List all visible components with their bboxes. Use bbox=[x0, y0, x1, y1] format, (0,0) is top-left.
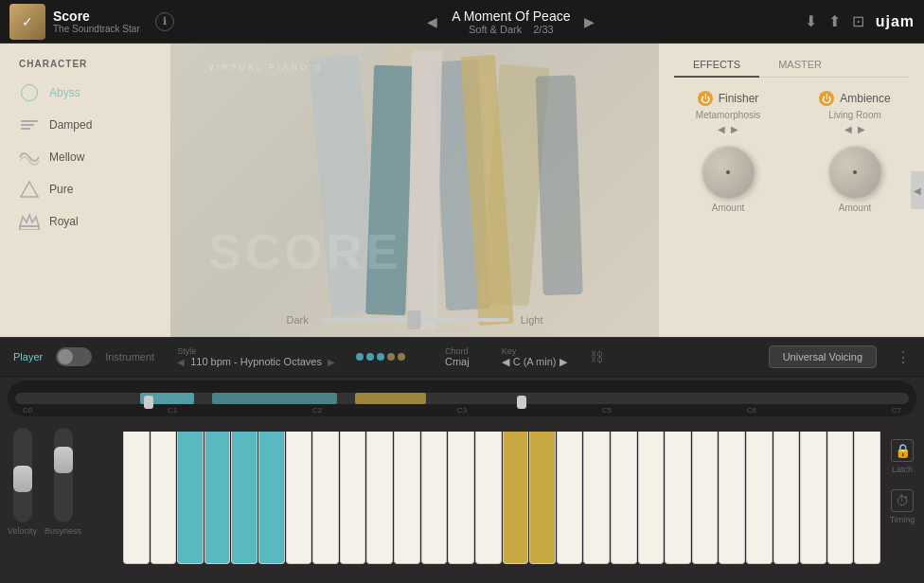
app-subtitle: The Soundtrack Star bbox=[53, 24, 140, 34]
latch-button[interactable]: 🔒 Latch bbox=[891, 439, 914, 474]
key-e3[interactable] bbox=[177, 432, 204, 564]
style-section: Style ◀ 110 bpm - Hypnotic Octaves ▶ bbox=[177, 346, 335, 367]
style-next[interactable]: ▶ bbox=[328, 357, 335, 367]
busyness-thumb[interactable] bbox=[54, 447, 73, 473]
mini-scroll[interactable]: C0 C1 C2 C3 C5 C6 C7 bbox=[8, 380, 916, 416]
dark-light-track[interactable] bbox=[320, 318, 509, 322]
key-f4[interactable] bbox=[394, 432, 420, 564]
character-pure[interactable]: Pure bbox=[19, 179, 151, 200]
velocity-thumb[interactable] bbox=[13, 466, 32, 492]
tab-master[interactable]: MASTER bbox=[759, 53, 841, 78]
key-d5[interactable] bbox=[529, 432, 556, 564]
key-a3[interactable] bbox=[258, 432, 285, 564]
key-b6[interactable] bbox=[854, 432, 880, 564]
finisher-knob[interactable] bbox=[702, 146, 755, 199]
key-g6[interactable] bbox=[800, 432, 826, 564]
character-abyss[interactable]: Abyss bbox=[19, 82, 151, 103]
dot-3 bbox=[377, 353, 384, 361]
ambience-power-button[interactable]: ⏻ bbox=[819, 91, 834, 106]
finisher-next[interactable]: ▶ bbox=[731, 124, 738, 134]
scroll-labels: C0 C1 C2 C3 C5 C6 C7 bbox=[23, 406, 901, 415]
key-b5[interactable] bbox=[665, 432, 691, 564]
voicing-button[interactable]: Universal Voicing bbox=[769, 345, 877, 368]
finisher-nav: ◀ ▶ bbox=[718, 124, 738, 134]
info-icon: ℹ bbox=[163, 15, 167, 27]
scroll-handle-right[interactable] bbox=[517, 396, 526, 409]
preset-name: A Moment Of Peace bbox=[452, 9, 570, 24]
svg-rect-10 bbox=[407, 50, 442, 329]
export-button[interactable]: ⬆ bbox=[828, 12, 841, 30]
busyness-track[interactable] bbox=[54, 428, 73, 522]
menu-button[interactable]: ⋮ bbox=[896, 348, 911, 366]
latch-label: Latch bbox=[892, 465, 913, 474]
character-mellow[interactable]: Mellow bbox=[19, 147, 151, 168]
key-f5[interactable] bbox=[583, 432, 610, 564]
key-e4[interactable] bbox=[366, 432, 393, 564]
key-d6[interactable] bbox=[719, 432, 745, 564]
key-f6[interactable] bbox=[773, 432, 800, 564]
character-royal[interactable]: Royal bbox=[19, 211, 151, 232]
finisher-power-button[interactable]: ⏻ bbox=[698, 91, 713, 106]
key-a6[interactable] bbox=[827, 432, 854, 564]
key-d4[interactable] bbox=[340, 432, 366, 564]
velocity-track[interactable] bbox=[13, 428, 32, 522]
velocity-label: Velocity bbox=[8, 526, 37, 536]
key-g5[interactable] bbox=[611, 432, 637, 564]
key-b3[interactable] bbox=[286, 432, 312, 564]
key-prev[interactable]: ◀ bbox=[502, 356, 509, 368]
key-f3[interactable] bbox=[204, 432, 231, 564]
key-c6[interactable] bbox=[692, 432, 719, 564]
key-c3[interactable] bbox=[123, 432, 150, 564]
mellow-icon bbox=[19, 147, 40, 168]
key-section: Key ◀ C (A min) ▶ bbox=[502, 346, 568, 368]
key-text: C (A min) bbox=[513, 356, 557, 367]
instrument-label: Instrument bbox=[105, 351, 154, 362]
main-area: CHARACTER Abyss Damped Mellow bbox=[0, 44, 924, 337]
logo-text: Score The Soundtrack Star bbox=[53, 9, 140, 34]
key-e5[interactable] bbox=[557, 432, 583, 564]
key-e6[interactable] bbox=[746, 432, 773, 564]
key-next[interactable]: ▶ bbox=[560, 356, 567, 368]
style-text: 110 bpm - Hypnotic Octaves bbox=[190, 356, 322, 367]
dot-4 bbox=[387, 353, 395, 361]
finisher-prev[interactable]: ◀ bbox=[718, 124, 725, 134]
key-b4[interactable] bbox=[475, 432, 502, 564]
effects-panel: EFFECTS MASTER ⏻ Finisher Metamorphosis … bbox=[659, 44, 924, 337]
next-preset-button[interactable]: ▶ bbox=[579, 12, 599, 31]
key-a5[interactable] bbox=[638, 432, 665, 564]
tab-effects[interactable]: EFFECTS bbox=[674, 53, 759, 78]
damped-label: Damped bbox=[49, 118, 92, 132]
character-damped[interactable]: Damped bbox=[19, 115, 151, 135]
key-c5[interactable] bbox=[503, 432, 529, 564]
key-c4[interactable] bbox=[312, 432, 339, 564]
scroll-segment-teal-2 bbox=[212, 393, 337, 404]
link-icon: ⛓ bbox=[590, 349, 603, 364]
player-toggle[interactable] bbox=[56, 347, 92, 366]
app-name: Score bbox=[53, 9, 140, 24]
ambience-knob[interactable] bbox=[828, 146, 881, 199]
window-button[interactable]: ⊡ bbox=[852, 12, 864, 30]
style-prev[interactable]: ◀ bbox=[177, 357, 185, 367]
collapse-button[interactable]: ◀ bbox=[911, 171, 924, 209]
key-a4[interactable] bbox=[448, 432, 474, 564]
prev-preset-button[interactable]: ◀ bbox=[422, 12, 442, 31]
ambience-amount-label: Amount bbox=[839, 203, 871, 213]
style-value: ◀ 110 bpm - Hypnotic Octaves ▶ bbox=[177, 356, 335, 367]
ambience-nav: ◀ ▶ bbox=[844, 124, 865, 134]
ambience-prev[interactable]: ◀ bbox=[844, 124, 852, 134]
ambience-next[interactable]: ▶ bbox=[858, 124, 865, 134]
download-button[interactable]: ⬇ bbox=[805, 12, 817, 30]
royal-label: Royal bbox=[49, 215, 79, 228]
key-g3[interactable] bbox=[231, 432, 258, 564]
info-button[interactable]: ℹ bbox=[155, 12, 174, 31]
scroll-segment-amber bbox=[355, 393, 427, 404]
style-label: Style bbox=[177, 346, 335, 356]
abyss-label: Abyss bbox=[49, 86, 80, 99]
timing-button[interactable]: ⏱ Timing bbox=[890, 489, 915, 524]
dark-light-thumb[interactable] bbox=[408, 310, 421, 329]
key-d3[interactable] bbox=[151, 432, 177, 564]
scroll-handle-left[interactable] bbox=[144, 396, 153, 409]
logo-thumbnail: ✓ bbox=[9, 4, 45, 40]
key-g4[interactable] bbox=[421, 432, 448, 564]
ambience-knob-container: Amount bbox=[828, 146, 881, 213]
